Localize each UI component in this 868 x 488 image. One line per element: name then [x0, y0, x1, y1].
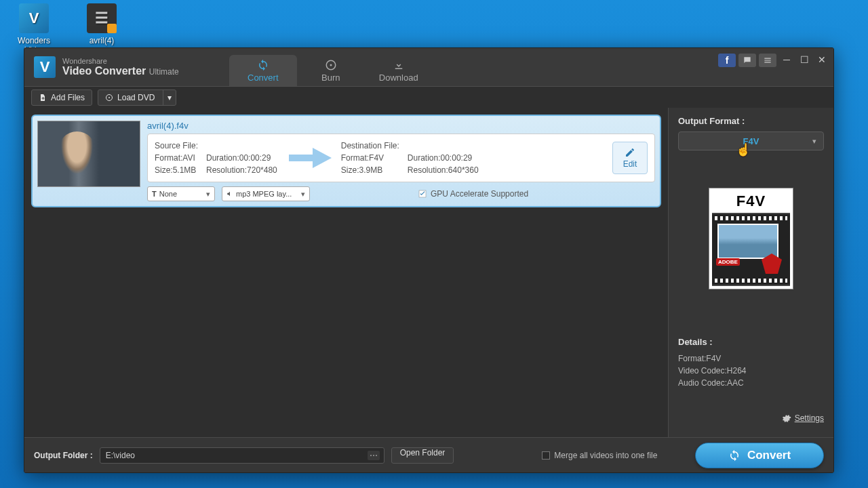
chat-icon: [743, 56, 752, 65]
file-item[interactable]: avril(4).f4v Source File: Format:AVI Siz…: [31, 115, 661, 207]
close-button[interactable]: ✕: [814, 54, 829, 66]
file-name: avril(4).f4v: [147, 121, 655, 131]
maximize-button[interactable]: ☐: [797, 54, 812, 66]
app-shortcut-icon: V: [19, 3, 49, 33]
convert-button[interactable]: Convert: [695, 443, 824, 468]
tab-download[interactable]: Download: [365, 55, 433, 86]
gear-icon: [782, 413, 791, 423]
output-format-select[interactable]: F4V ☝: [678, 131, 824, 150]
disc-small-icon: [105, 94, 113, 102]
tab-convert[interactable]: Convert: [229, 55, 297, 86]
file-info: avril(4).f4v Source File: Format:AVI Siz…: [147, 121, 655, 201]
source-file-info: Source File: Format:AVI Size:5.1MB: [155, 140, 198, 176]
main-tabs: Convert Burn Download: [229, 48, 433, 86]
dest-file-info: Destination File: Format:F4V Size:3.9MB: [341, 140, 399, 176]
svg-point-1: [330, 64, 332, 66]
file-options-row: TNone mp3 MPEG lay... GPU Accelerate Sup…: [147, 186, 655, 201]
title-bar: V Wondershare Video Converter Ultimate C…: [24, 48, 833, 86]
format-details: Details : Format:F4V Video Codec:H264 Au…: [678, 337, 824, 390]
refresh-icon: [257, 59, 269, 71]
checkbox-checked-icon: [418, 190, 427, 198]
list-icon: [763, 56, 772, 65]
settings-link[interactable]: Settings: [678, 413, 824, 423]
disc-icon: [325, 59, 337, 71]
minimize-button[interactable]: ─: [779, 54, 794, 66]
footer: Output Folder : E:\video Open Folder Mer…: [24, 437, 833, 472]
edit-button[interactable]: Edit: [612, 142, 648, 174]
facebook-button[interactable]: f: [718, 54, 736, 67]
output-format-label: Output Format :: [678, 116, 824, 126]
file-list-panel: avril(4).f4v Source File: Format:AVI Siz…: [24, 108, 668, 437]
logo-icon: V: [34, 56, 56, 78]
detail-format: Format:F4V: [678, 354, 824, 363]
chevron-down-icon[interactable]: ▾: [163, 90, 176, 105]
file-plus-icon: [39, 94, 47, 102]
format-preview: F4V ADOBE: [709, 188, 793, 289]
open-folder-button[interactable]: Open Folder: [391, 447, 454, 464]
refresh-icon: [728, 449, 741, 462]
feedback-button[interactable]: [738, 54, 756, 67]
details-label: Details :: [678, 337, 824, 347]
speaker-icon: [226, 190, 233, 197]
dest-file-info-2: Duration:00:00:29 Resolution:640*360: [408, 140, 479, 176]
window-controls: f ─ ☐ ✕: [718, 54, 829, 67]
audio-track-select[interactable]: mp3 MPEG lay...: [222, 186, 310, 201]
pencil-icon: [625, 147, 635, 158]
load-dvd-button[interactable]: Load DVD ▾: [98, 89, 176, 106]
gpu-accelerate-checkbox[interactable]: GPU Accelerate Supported: [418, 189, 528, 199]
svg-point-3: [108, 97, 110, 98]
detail-video-codec: Video Codec:H264: [678, 366, 824, 375]
checkbox-unchecked-icon: [542, 451, 550, 460]
video-file-icon: ☰: [87, 3, 117, 33]
subtitle-select[interactable]: TNone: [147, 186, 215, 201]
video-thumbnail[interactable]: [37, 121, 140, 187]
app-title: Wondershare Video Converter Ultimate: [62, 57, 179, 77]
app-window: V Wondershare Video Converter Ultimate C…: [24, 47, 834, 473]
file-details-box: Source File: Format:AVI Size:5.1MB Durat…: [147, 134, 655, 182]
shortcut-label: avril(4): [90, 36, 115, 45]
toolbar: Add Files Load DVD ▾: [24, 86, 833, 108]
arrow-icon: [285, 146, 333, 170]
output-panel: Output Format : F4V ☝ F4V ADOBE Details …: [668, 108, 833, 437]
source-file-info-2: Duration:00:00:29 Resolution:720*480: [206, 140, 277, 176]
menu-button[interactable]: [759, 54, 776, 67]
app-logo: V Wondershare Video Converter Ultimate: [24, 48, 189, 86]
tab-burn[interactable]: Burn: [297, 55, 365, 86]
output-folder-label: Output Folder :: [34, 451, 93, 460]
merge-checkbox[interactable]: Merge all videos into one file: [542, 451, 657, 460]
add-files-button[interactable]: Add Files: [31, 89, 92, 106]
download-icon: [393, 59, 405, 71]
main-area: avril(4).f4v Source File: Format:AVI Siz…: [24, 108, 833, 437]
detail-audio-codec: Audio Codec:AAC: [678, 378, 824, 388]
format-preview-label: F4V: [712, 191, 790, 211]
format-preview-image: ADOBE: [712, 213, 790, 286]
output-folder-input[interactable]: E:\video: [100, 447, 384, 464]
